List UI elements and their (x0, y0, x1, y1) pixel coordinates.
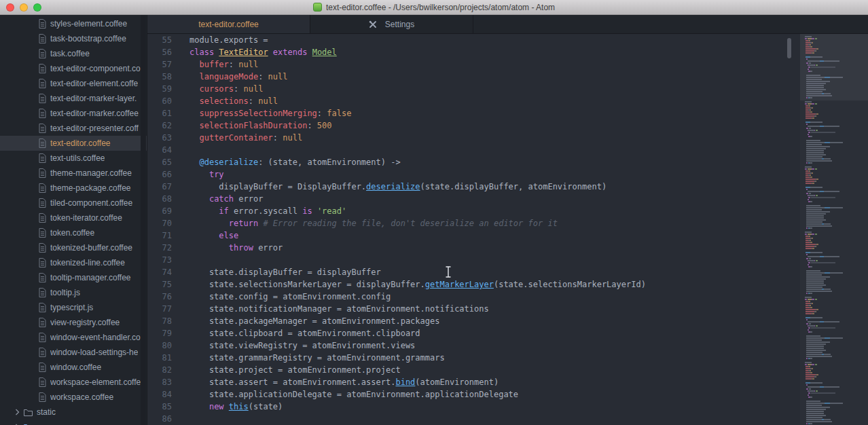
line-number[interactable]: 79 (147, 327, 172, 339)
line-number[interactable]: 61 (147, 107, 172, 119)
code-line[interactable]: @deserialize: (state, atomEnvironment) -… (189, 156, 868, 168)
code-line[interactable]: cursors: null (189, 83, 868, 95)
line-number[interactable]: 64 (147, 144, 172, 156)
tree-item[interactable]: theme-package.coffee (0, 181, 147, 196)
code-line[interactable] (189, 413, 868, 425)
line-number[interactable]: 77 (147, 303, 172, 315)
tree-item[interactable]: workspace.coffee (0, 390, 147, 405)
line-number[interactable]: 78 (147, 315, 172, 327)
tree-item[interactable]: window-load-settings-he (0, 345, 147, 360)
tree-item[interactable]: text-editor-presenter.coff (0, 121, 147, 136)
code-line[interactable]: else (189, 229, 868, 242)
line-number[interactable]: 62 (147, 119, 172, 132)
line-number[interactable]: 67 (147, 181, 172, 193)
tree-scrollbar[interactable] (141, 15, 146, 425)
line-number[interactable]: 76 (147, 291, 172, 303)
tree-item[interactable]: tiled-component.coffee (0, 196, 147, 210)
tree-item[interactable]: text-editor-element.coffe (0, 76, 147, 91)
code-line[interactable]: state.clipboard = atomEnvironment.clipbo… (189, 327, 868, 339)
minimap[interactable] (800, 34, 868, 425)
code-line[interactable]: return # Error reading the file, don't d… (189, 217, 868, 229)
gutter[interactable]: 5556575859606162636465666768697071727374… (147, 34, 172, 425)
tree-item[interactable]: theme-manager.coffee (0, 166, 147, 181)
code-line[interactable]: state.displayBuffer = displayBuffer (189, 266, 868, 278)
tree-item[interactable]: styles-element.coffee (0, 16, 147, 31)
tree-item[interactable]: tooltip.js (0, 285, 147, 300)
tree-item[interactable]: window.coffee (0, 360, 147, 375)
code-line[interactable] (189, 254, 868, 266)
code-line[interactable]: throw error (189, 242, 868, 254)
line-number[interactable]: 71 (147, 229, 172, 242)
tree-item[interactable]: text-editor-component.co (0, 61, 147, 76)
line-number[interactable]: 68 (147, 193, 172, 205)
code-line[interactable]: selections: null (189, 95, 868, 107)
line-number[interactable]: 75 (147, 278, 172, 291)
tree-item[interactable]: tooltip-manager.coffee (0, 270, 147, 285)
scrollbar-thumb[interactable] (787, 38, 791, 58)
tree-item[interactable]: tokenized-line.coffee (0, 255, 147, 270)
line-number[interactable]: 86 (147, 413, 172, 425)
tree-item[interactable] (0, 420, 147, 425)
tree-item[interactable]: task-bootstrap.coffee (0, 31, 147, 46)
tree-item[interactable]: token.coffee (0, 225, 147, 240)
line-number[interactable]: 57 (147, 58, 172, 71)
code-line[interactable]: state.project = atomEnvironment.project (189, 364, 868, 376)
line-number[interactable]: 80 (147, 339, 172, 352)
code-line[interactable]: state.selectionsMarkerLayer = displayBuf… (189, 278, 868, 291)
line-number[interactable]: 70 (147, 217, 172, 229)
line-number[interactable]: 60 (147, 95, 172, 107)
line-number[interactable]: 59 (147, 83, 172, 95)
line-number[interactable]: 65 (147, 156, 172, 168)
code-line[interactable]: class TextEditor extends Model (189, 46, 868, 58)
line-number[interactable]: 72 (147, 242, 172, 254)
code-line[interactable]: state.applicationDelegate = atomEnvironm… (189, 388, 868, 401)
code-line[interactable]: gutterContainer: null (189, 132, 868, 144)
tree-item[interactable]: task.coffee (0, 46, 147, 61)
tree-item[interactable]: tokenized-buffer.coffee (0, 240, 147, 255)
line-number[interactable]: 85 (147, 401, 172, 413)
code-line[interactable]: try (189, 168, 868, 181)
tree-item[interactable]: window-event-handler.co (0, 330, 147, 345)
code-line[interactable]: state.viewRegistry = atomEnvironment.vie… (189, 339, 868, 352)
code-line[interactable]: selectionFlashDuration: 500 (189, 119, 868, 132)
code-line[interactable]: languageMode: null (189, 71, 868, 83)
tree-item[interactable]: text-editor-marker.coffee (0, 106, 147, 121)
line-number[interactable]: 58 (147, 71, 172, 83)
tree-item[interactable]: typescript.js (0, 300, 147, 315)
code-line[interactable]: state.config = atomEnvironment.config (189, 291, 868, 303)
code-line[interactable]: state.packageManager = atomEnvironment.p… (189, 315, 868, 327)
code-line[interactable]: catch error (189, 193, 868, 205)
chevron-right-icon[interactable] (15, 409, 20, 415)
line-number[interactable]: 73 (147, 254, 172, 266)
line-number[interactable]: 84 (147, 388, 172, 401)
tree-item[interactable]: view-registry.coffee (0, 315, 147, 330)
title-bar[interactable]: text-editor.coffee - /Users/bwilkerson/p… (0, 0, 868, 15)
line-number[interactable]: 69 (147, 205, 172, 217)
code-line[interactable]: displayBuffer = DisplayBuffer.deserializ… (189, 181, 868, 193)
line-number[interactable]: 74 (147, 266, 172, 278)
tree-item[interactable]: text-editor.coffee (0, 136, 147, 151)
line-number[interactable]: 82 (147, 364, 172, 376)
code-line[interactable]: state.assert = atomEnvironment.assert.bi… (189, 376, 868, 388)
tab-text-editor[interactable]: text-editor.coffee (147, 15, 310, 33)
tree-item[interactable]: workspace-element.coffee (0, 375, 147, 390)
line-number[interactable]: 81 (147, 352, 172, 364)
line-number[interactable]: 56 (147, 46, 172, 58)
code-line[interactable]: if error.syscall is 'read' (189, 205, 868, 217)
line-number[interactable]: 55 (147, 34, 172, 46)
code-line[interactable]: state.grammarRegistry = atomEnvironment.… (189, 352, 868, 364)
code-line[interactable]: buffer: null (189, 58, 868, 71)
tree-item[interactable]: text-utils.coffee (0, 151, 147, 166)
code-line[interactable]: module.exports = (189, 34, 868, 46)
tree-item[interactable]: text-editor-marker-layer. (0, 91, 147, 106)
code-line[interactable]: suppressSelectionMerging: false (189, 107, 868, 119)
line-number[interactable]: 83 (147, 376, 172, 388)
tree-item[interactable]: static (0, 405, 147, 420)
tab-settings[interactable]: Settings (310, 15, 473, 33)
line-number[interactable]: 63 (147, 132, 172, 144)
tree-item[interactable]: token-iterator.coffee (0, 210, 147, 225)
code-line[interactable] (189, 144, 868, 156)
code-area[interactable]: module.exports =class TextEditor extends… (172, 34, 868, 425)
code-line[interactable]: new this(state) (189, 401, 868, 413)
editor-scrollbar[interactable] (786, 34, 792, 425)
